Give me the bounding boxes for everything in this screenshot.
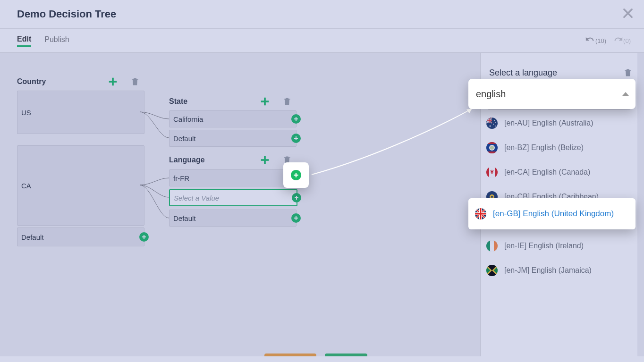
flag-gb-icon	[475, 208, 486, 219]
delete-state-column-button[interactable]	[282, 97, 292, 106]
flag-ca-icon	[486, 167, 498, 178]
svg-point-24	[495, 126, 496, 126]
node-california-label: California	[173, 115, 203, 123]
svg-rect-38	[490, 240, 494, 252]
add-child-country-default[interactable]	[139, 232, 149, 242]
language-option-en-ie-label: [en-IE] English (Ireland)	[504, 242, 584, 250]
svg-rect-5	[142, 236, 146, 237]
svg-rect-33	[495, 167, 498, 178]
svg-rect-37	[486, 240, 490, 252]
button-stub-green[interactable]	[325, 354, 367, 356]
svg-point-21	[494, 120, 495, 121]
node-ca[interactable]: CA	[17, 145, 144, 226]
svg-rect-7	[261, 101, 269, 102]
add-child-language-default[interactable]	[291, 213, 301, 223]
flag-bz-icon	[486, 142, 498, 153]
callout-language-option-en-gb[interactable]: [en-GB] English (United Kingdom)	[468, 198, 636, 229]
node-language-new-value[interactable]: Select a Value	[169, 189, 297, 206]
language-option-en-jm[interactable]: [en-JM] English (Jamaica)	[486, 259, 632, 282]
tab-publish[interactable]: Publish	[44, 35, 69, 46]
undo-button[interactable]: (10)	[585, 35, 606, 46]
redo-button[interactable]: (0)	[613, 35, 631, 46]
svg-rect-13	[261, 159, 269, 161]
svg-rect-42	[294, 175, 298, 176]
node-state-default-label: Default	[173, 135, 196, 143]
svg-rect-19	[294, 218, 298, 219]
language-option-en-jm-label: [en-JM] English (Jamaica)	[504, 266, 592, 275]
node-language-default-label: Default	[173, 214, 196, 222]
close-icon[interactable]	[621, 7, 635, 20]
svg-rect-32	[486, 167, 489, 178]
svg-rect-17	[295, 197, 298, 198]
node-country-default-label: Default	[21, 233, 44, 241]
add-child-new-language[interactable]	[292, 193, 301, 202]
node-state-default[interactable]: Default	[169, 130, 297, 147]
language-option-en-ca-label: [en-CA] English (Canada)	[504, 168, 590, 177]
panel-trash-icon[interactable]	[623, 68, 633, 77]
add-language-button[interactable]	[260, 155, 270, 165]
page-title: Demo Decision Tree	[17, 8, 116, 20]
callout-language-search[interactable]	[468, 79, 636, 109]
redo-count: (0)	[623, 37, 631, 44]
svg-point-25	[490, 126, 491, 127]
undo-count: (10)	[595, 37, 606, 44]
svg-point-36	[491, 196, 493, 198]
chevron-up-icon[interactable]	[622, 92, 629, 96]
language-option-en-bz-label: [en-BZ] English (Belize)	[504, 143, 584, 152]
add-child-california[interactable]	[291, 114, 301, 124]
column-title-language: Language	[169, 156, 260, 164]
node-ca-label: CA	[21, 182, 31, 190]
button-stub-orange[interactable]	[264, 354, 316, 356]
tab-edit[interactable]: Edit	[17, 35, 31, 47]
callout-arrow	[307, 94, 482, 189]
node-language-default[interactable]: Default	[169, 210, 297, 227]
add-state-button[interactable]	[260, 96, 270, 107]
language-option-en-gb-label: [en-GB] English (United Kingdom)	[493, 209, 614, 219]
node-fr-fr[interactable]: fr-FR	[169, 169, 297, 186]
add-country-button[interactable]	[108, 76, 118, 87]
language-option-en-bz[interactable]: [en-BZ] English (Belize)	[486, 136, 632, 160]
svg-rect-39	[494, 240, 498, 252]
svg-point-30	[490, 146, 494, 150]
node-country-default[interactable]: Default	[17, 227, 144, 246]
language-option-en-au[interactable]: [en-AU] English (Australia)	[486, 111, 632, 135]
flag-ie-icon	[486, 240, 498, 252]
language-option-en-ie[interactable]: [en-IE] English (Ireland)	[486, 234, 632, 258]
node-us-label: US	[21, 109, 31, 117]
node-us[interactable]: US	[17, 91, 144, 134]
svg-rect-27	[486, 142, 498, 144]
svg-rect-9	[294, 118, 298, 119]
svg-point-22	[495, 122, 496, 123]
node-fr-fr-label: fr-FR	[173, 174, 189, 182]
callout-add-child-fr-fr[interactable]	[283, 162, 309, 188]
column-title-state: State	[169, 97, 260, 106]
language-search-input[interactable]	[475, 88, 622, 100]
svg-rect-28	[486, 152, 498, 153]
flag-jm-icon	[486, 265, 498, 276]
bottom-actions	[0, 350, 644, 356]
add-child-state-default[interactable]	[291, 134, 301, 143]
language-option-en-au-label: [en-AU] English (Australia)	[504, 119, 593, 127]
column-title-country: Country	[17, 77, 108, 86]
language-option-en-ca[interactable]: [en-CA] English (Canada)	[486, 160, 632, 184]
node-language-placeholder: Select a Value	[174, 194, 219, 202]
svg-point-23	[493, 124, 494, 125]
flag-au-icon	[486, 118, 498, 129]
node-california[interactable]: California	[169, 110, 297, 127]
svg-rect-3	[109, 81, 117, 83]
delete-country-column-button[interactable]	[130, 77, 140, 86]
svg-rect-11	[294, 138, 298, 139]
plus-circle-icon	[291, 170, 301, 180]
panel-label: Select a language	[489, 68, 557, 78]
